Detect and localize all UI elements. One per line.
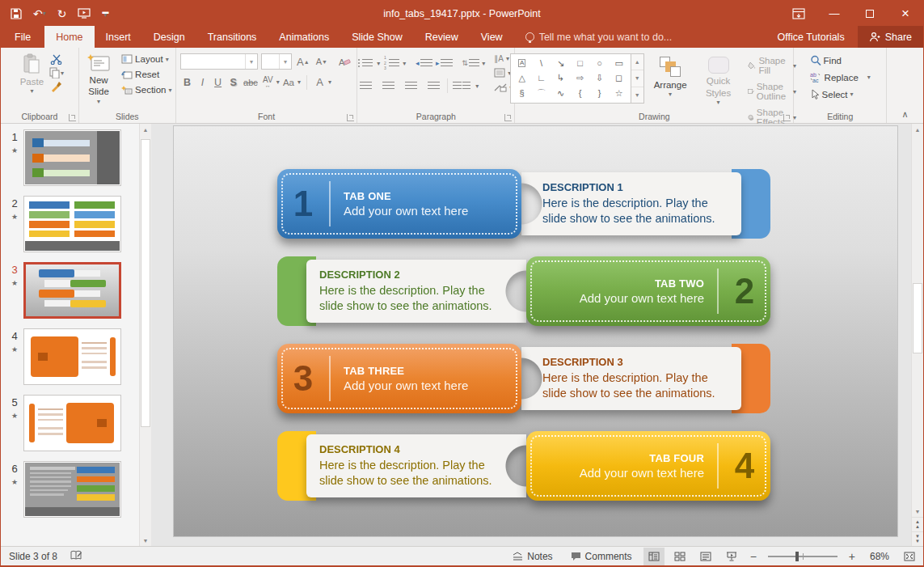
thumbnail-slide-2[interactable]: 2★ — [6, 196, 139, 252]
line-spacing-button[interactable]: ⇅ — [462, 55, 479, 71]
shapes-scroll-up-icon[interactable]: ▲ — [631, 54, 643, 70]
redo-button[interactable]: ↻ — [57, 8, 67, 19]
description-1-card[interactable]: DESCRIPTION 1 Here is the description. P… — [521, 172, 741, 235]
reading-view-button[interactable] — [695, 548, 716, 565]
layout-button[interactable]: Layout▾ — [119, 53, 174, 65]
tab-slide-show[interactable]: Slide Show — [340, 26, 414, 48]
character-spacing-dropdown-icon[interactable]: ▾ — [276, 78, 280, 86]
shape-callout-icon[interactable]: ◻ — [615, 74, 622, 83]
increase-indent-button[interactable]: ▸ — [435, 55, 453, 71]
notes-button[interactable]: Notes — [506, 547, 559, 566]
shape-rounded-rectangle-icon[interactable]: ▭ — [614, 59, 622, 68]
shape-elbow-arrow-icon[interactable]: ↳ — [557, 74, 564, 83]
next-slide-button[interactable]: ▼▼ — [912, 531, 923, 546]
tab-four-shape[interactable]: TAB FOUR Add your own text here 4 — [526, 431, 770, 501]
office-tutorials-link[interactable]: Office Tutorials — [765, 32, 858, 43]
fit-slide-to-window-button[interactable] — [899, 548, 920, 565]
scroll-down-icon[interactable]: ▼ — [912, 506, 923, 517]
tab-animations[interactable]: Animations — [268, 26, 340, 48]
shape-arrow-icon[interactable]: ↘ — [557, 59, 564, 68]
columns-button[interactable] — [453, 78, 470, 94]
drawing-dialog-launcher[interactable] — [783, 114, 791, 121]
select-button[interactable]: Select ▾ — [808, 88, 856, 100]
font-size-dropdown-icon[interactable]: ▾ — [279, 54, 291, 69]
character-spacing-button[interactable]: AV↔ — [261, 74, 275, 90]
zoom-slider-thumb[interactable] — [795, 552, 799, 561]
decrease-indent-button[interactable]: ◂ — [415, 55, 432, 71]
zoom-out-button[interactable]: − — [747, 550, 760, 563]
strikethrough-button[interactable]: abc — [242, 74, 259, 90]
shape-line-icon[interactable]: \ — [540, 59, 542, 68]
clipboard-dialog-launcher[interactable] — [69, 114, 76, 121]
shape-scribble-icon[interactable]: § — [520, 89, 525, 98]
shapes-gallery[interactable]: A \ ↘ □ ○ ▭ △ ∟ ↳ ⇨ ⇩ ◻ § ⌒ ∿ — [510, 53, 631, 104]
grow-font-button[interactable]: A▲ — [295, 54, 311, 70]
align-left-button[interactable] — [357, 78, 374, 94]
slide-show-view-button[interactable] — [721, 548, 742, 565]
tab-review[interactable]: Review — [414, 26, 470, 48]
shape-outline-button[interactable]: Shape Outline▾ — [745, 81, 799, 102]
copy-button[interactable]: ▾ — [49, 67, 64, 78]
clear-formatting-button[interactable]: A — [337, 54, 352, 70]
save-icon[interactable] — [11, 8, 22, 19]
justify-button[interactable] — [424, 78, 442, 94]
format-painter-button[interactable] — [49, 81, 64, 92]
reset-button[interactable]: Reset — [119, 69, 174, 80]
arrange-button[interactable]: Arrange ▾ — [649, 53, 692, 110]
main-vertical-scrollbar[interactable]: ▲ ▼ ▲▲ ▼▼ — [911, 124, 923, 546]
change-case-button[interactable]: Aa — [281, 74, 296, 90]
tab-design[interactable]: Design — [142, 26, 196, 48]
tab-file[interactable]: File — [1, 26, 44, 48]
paste-button[interactable]: Paste ▾ — [15, 50, 49, 110]
font-dialog-launcher[interactable] — [347, 114, 354, 121]
thumbnail-scrollbar-thumb[interactable] — [141, 139, 150, 427]
description-2-card[interactable]: DESCRIPTION 2 Here is the description. P… — [306, 260, 526, 323]
description-4-card[interactable]: DESCRIPTION 4 Here is the description. P… — [306, 434, 526, 497]
shape-arc-icon[interactable]: ⌒ — [537, 89, 546, 98]
slide-canvas[interactable]: 1 TAB ONE Add your own text here DESCRIP… — [151, 124, 911, 546]
thumbnail-scroll-down-icon[interactable]: ▼ — [140, 535, 151, 546]
font-color-button[interactable]: A — [313, 74, 327, 90]
italic-button[interactable]: I — [196, 74, 209, 90]
numbering-dropdown-icon[interactable]: ▾ — [403, 60, 406, 67]
section-button[interactable]: Section▾ — [119, 84, 174, 95]
tab-transitions[interactable]: Transitions — [196, 26, 268, 48]
collapse-ribbon-button[interactable]: ∧ — [902, 109, 909, 120]
font-color-dropdown-icon[interactable]: ▾ — [328, 78, 331, 86]
zoom-in-button[interactable]: + — [846, 550, 859, 563]
shapes-more-icon[interactable]: ▼ — [631, 87, 643, 103]
slide-sorter-view-button[interactable] — [669, 548, 690, 565]
scrollbar-thumb[interactable] — [913, 283, 922, 353]
start-slideshow-button[interactable] — [78, 8, 91, 19]
zoom-level[interactable]: 68% — [863, 551, 894, 562]
thumbnail-slide-4[interactable]: 4★ — [6, 328, 139, 385]
shape-triangle-icon[interactable]: △ — [518, 74, 525, 83]
zoom-slider[interactable] — [768, 556, 838, 557]
align-center-button[interactable] — [379, 78, 397, 94]
thumbnail-slide-6[interactable]: 6★ — [6, 461, 139, 518]
shape-oval-icon[interactable]: ○ — [597, 59, 602, 68]
normal-view-button[interactable] — [643, 548, 665, 565]
tab-insert[interactable]: Insert — [95, 26, 142, 48]
scroll-up-icon[interactable]: ▲ — [912, 124, 923, 135]
previous-slide-button[interactable]: ▲▲ — [912, 517, 923, 531]
ribbon-display-options-button[interactable] — [781, 1, 816, 26]
shape-text-box-icon[interactable]: A — [518, 59, 525, 67]
shape-right-arrow-icon[interactable]: ⇨ — [576, 74, 584, 83]
paragraph-dialog-launcher[interactable] — [504, 114, 512, 121]
numbering-button[interactable]: 123 — [382, 55, 400, 71]
thumbnail-slide-3-selected[interactable]: 3★ — [6, 262, 139, 319]
thumbnail-slide-1[interactable]: 1★ — [6, 129, 139, 186]
bullets-dropdown-icon[interactable]: ▾ — [377, 60, 380, 67]
tab-two-shape[interactable]: TAB TWO Add your own text here 2 — [526, 256, 770, 326]
shape-left-brace-icon[interactable]: { — [579, 89, 582, 98]
thumbnail-panel-scrollbar[interactable]: ▲ ▼ — [139, 124, 151, 546]
shape-right-brace-icon[interactable]: } — [598, 89, 601, 98]
columns-dropdown-icon[interactable]: ▾ — [475, 83, 479, 90]
quick-styles-button[interactable]: Quick Styles ▾ — [697, 53, 740, 110]
font-size-input[interactable] — [262, 54, 279, 69]
comments-button[interactable]: Comments — [564, 547, 639, 566]
share-button[interactable]: Share — [858, 26, 923, 48]
tab-three-shape[interactable]: 3 TAB THREE Add your own text here — [277, 344, 521, 413]
tab-one-shape[interactable]: 1 TAB ONE Add your own text here — [277, 169, 521, 239]
